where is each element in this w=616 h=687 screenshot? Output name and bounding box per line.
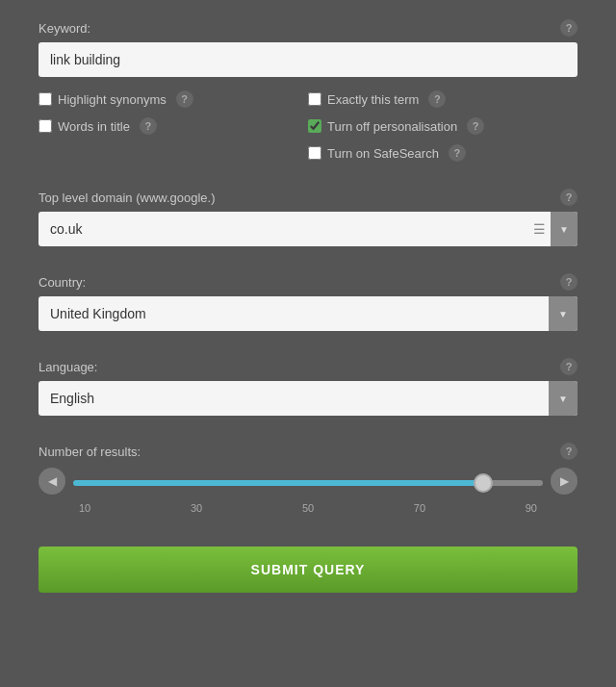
tick-90: 90: [526, 502, 537, 514]
results-section: Number of results: ? ◀ ▶ 10 30 50 70 90: [38, 443, 578, 514]
results-slider[interactable]: [73, 480, 543, 486]
keyword-section: Keyword: ?: [38, 19, 578, 77]
highlight-synonyms-help[interactable]: ?: [176, 90, 193, 108]
words-in-title-help[interactable]: ?: [140, 117, 157, 135]
language-section: Language: ? English German French Spanis…: [38, 358, 578, 416]
tld-input[interactable]: [38, 212, 578, 246]
turn-off-personalisation-checkbox[interactable]: [308, 119, 321, 133]
language-select[interactable]: English German French Spanish Italian: [38, 381, 578, 416]
checkbox-group-left: Highlight synonyms ? Words in title ?: [38, 90, 308, 162]
main-container: Keyword: ? Highlight synonyms ? Words in…: [0, 0, 616, 687]
keyword-label: Keyword:: [38, 21, 90, 36]
submit-button[interactable]: SUBMIT QUERY: [38, 547, 578, 593]
slider-decrement-button[interactable]: ◀: [38, 468, 65, 495]
country-select[interactable]: United Kingdom United States Germany Fra…: [38, 296, 578, 331]
tick-70: 70: [414, 502, 425, 514]
turn-off-personalisation-item: Turn off personalisation ?: [308, 117, 578, 135]
words-in-title-checkbox[interactable]: [38, 119, 52, 133]
highlight-synonyms-checkbox[interactable]: [38, 92, 52, 106]
turn-on-safesearch-help[interactable]: ?: [449, 144, 466, 162]
turn-on-safesearch-checkbox[interactable]: [308, 146, 321, 160]
country-label: Country:: [38, 275, 86, 290]
exactly-this-term-help[interactable]: ?: [428, 90, 446, 108]
tick-10: 10: [79, 502, 90, 514]
tld-icons: ☰: [527, 212, 578, 246]
words-in-title-label: Words in title: [58, 119, 130, 134]
exactly-this-term-checkbox[interactable]: [308, 92, 321, 106]
tld-dropdown-arrow[interactable]: [551, 212, 578, 246]
highlight-synonyms-label: Highlight synonyms: [58, 92, 167, 107]
turn-off-personalisation-label: Turn off personalisation: [327, 119, 457, 134]
results-label: Number of results:: [38, 445, 141, 459]
exactly-this-term-label: Exactly this term: [327, 92, 419, 107]
keyword-input[interactable]: [38, 42, 578, 77]
language-label: Language:: [38, 360, 97, 374]
tld-list-icon[interactable]: ☰: [527, 212, 551, 246]
turn-off-personalisation-help[interactable]: ?: [467, 117, 484, 135]
tld-section: Top level domain (www.google.) ? ☰: [38, 189, 578, 246]
language-help-icon[interactable]: ?: [560, 358, 578, 375]
tick-50: 50: [302, 502, 314, 514]
slider-track-container: ◀ ▶: [38, 468, 578, 495]
country-select-wrapper: United Kingdom United States Germany Fra…: [38, 296, 578, 331]
turn-on-safesearch-item: Turn on SafeSearch ?: [308, 144, 578, 162]
words-in-title-item: Words in title ?: [38, 117, 308, 135]
country-section: Country: ? United Kingdom United States …: [38, 273, 578, 331]
highlight-synonyms-item: Highlight synonyms ?: [38, 90, 308, 108]
tld-label: Top level domain (www.google.): [38, 191, 216, 205]
checkbox-group-right: Exactly this term ? Turn off personalisa…: [308, 90, 578, 162]
exactly-this-term-item: Exactly this term ?: [308, 90, 578, 108]
country-help-icon[interactable]: ?: [560, 273, 578, 291]
language-select-wrapper: English German French Spanish Italian: [38, 381, 578, 416]
tick-30: 30: [191, 502, 202, 514]
results-help-icon[interactable]: ?: [560, 443, 578, 460]
tld-help-icon[interactable]: ?: [560, 189, 578, 206]
slider-increment-button[interactable]: ▶: [551, 468, 578, 495]
tld-input-wrapper: ☰: [38, 212, 578, 246]
slider-wrapper: [73, 472, 543, 490]
keyword-help-icon[interactable]: ?: [560, 19, 578, 37]
turn-on-safesearch-label: Turn on SafeSearch: [327, 146, 439, 161]
